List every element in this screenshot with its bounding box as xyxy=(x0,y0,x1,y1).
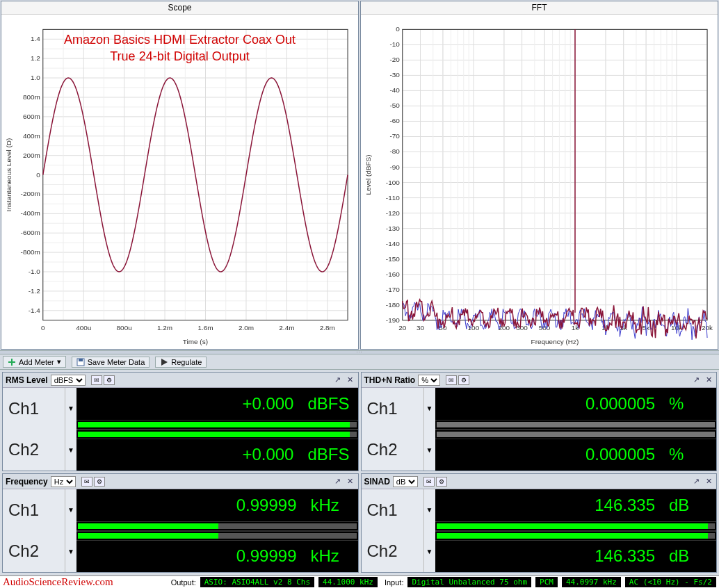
gear-icon[interactable]: ⚙ xyxy=(104,375,115,385)
meter-row-ch2: Ch2▼+0.000dBFS xyxy=(3,430,358,471)
channel-menu-arrow[interactable]: ▼ xyxy=(65,531,76,573)
svg-text:-600m: -600m xyxy=(21,229,40,236)
meter-header-freq: FrequencyHz✉⚙↗✕ xyxy=(3,474,358,489)
meter-title: THD+N Ratio xyxy=(364,375,416,385)
channel-bar xyxy=(76,531,358,541)
popout-icon[interactable]: ↗ xyxy=(691,477,701,487)
scope-panel: Scope -1.4-1.2-1.0-800m-600m-400m-200m02… xyxy=(1,1,359,350)
channel-value-zone: 146.335dB xyxy=(435,489,717,531)
save-meter-button[interactable]: Save Meter Data xyxy=(72,357,150,368)
meter-unit-select[interactable]: dBFS xyxy=(51,375,86,386)
meter-unit-select[interactable]: % xyxy=(418,375,440,386)
meter-row-ch2: Ch2▼146.335dB xyxy=(362,531,717,573)
readout-value: 0.000005 xyxy=(585,445,655,464)
channel-readout: 146.335dB xyxy=(435,541,717,573)
scope-plot-area[interactable]: -1.4-1.2-1.0-800m-600m-400m-200m0200m400… xyxy=(1,15,358,349)
meter-unit-select[interactable]: dB xyxy=(393,476,418,487)
scope-svg: -1.4-1.2-1.0-800m-600m-400m-200m0200m400… xyxy=(1,15,358,349)
meter-row-ch2: Ch2▼0.99999kHz xyxy=(3,531,358,573)
envelope-icon[interactable]: ✉ xyxy=(81,477,92,487)
svg-rect-162 xyxy=(403,29,707,320)
readout-unit: dBFS xyxy=(307,445,349,464)
channel-value-zone: 0.000005% xyxy=(435,430,717,471)
input-format-pill[interactable]: PCM xyxy=(535,577,558,587)
fft-plot-area[interactable]: 0-10-20-30-40-50-60-70-80-90-100-110-120… xyxy=(361,15,718,349)
svg-text:-100: -100 xyxy=(386,179,400,186)
channel-bar xyxy=(435,521,717,531)
close-icon[interactable]: ✕ xyxy=(346,375,355,385)
output-rate-pill[interactable]: 44.1000 kHz xyxy=(318,577,378,587)
svg-text:-400m: -400m xyxy=(21,209,40,217)
svg-marker-168 xyxy=(161,359,168,366)
meter-toolbar: Add Meter ▾ Save Meter Data Regulate xyxy=(0,354,719,370)
svg-text:1.2m: 1.2m xyxy=(157,324,172,332)
svg-text:-110: -110 xyxy=(386,194,400,202)
channel-menu-arrow[interactable]: ▼ xyxy=(424,531,435,573)
meter-unit-select[interactable]: Hz xyxy=(51,476,76,487)
gear-icon[interactable]: ⚙ xyxy=(458,375,469,385)
channel-menu-arrow[interactable]: ▼ xyxy=(424,388,435,430)
regulate-button[interactable]: Regulate xyxy=(155,357,207,368)
input-device-pill[interactable]: Digital Unbalanced 75 ohm xyxy=(407,577,531,587)
input-label: Input: xyxy=(385,578,404,587)
svg-text:20k: 20k xyxy=(702,324,713,332)
svg-text:-160: -160 xyxy=(386,270,400,278)
svg-text:2.0m: 2.0m xyxy=(239,324,254,332)
bandwidth-pill[interactable]: AC (<10 Hz) - Fs/2 xyxy=(625,577,716,587)
svg-text:-1.0: -1.0 xyxy=(29,268,41,275)
svg-text:-1.2: -1.2 xyxy=(29,287,41,295)
channel-label: Ch1 xyxy=(362,388,424,430)
channel-menu-arrow[interactable]: ▼ xyxy=(65,489,76,531)
readout-unit: % xyxy=(669,394,708,414)
meter-title: RMS Level xyxy=(6,375,48,385)
popout-icon[interactable]: ↗ xyxy=(333,477,343,487)
svg-rect-165 xyxy=(8,361,15,363)
channel-bar xyxy=(76,420,358,430)
regulate-label: Regulate xyxy=(171,358,202,366)
svg-rect-167 xyxy=(79,359,83,361)
svg-text:-40: -40 xyxy=(389,86,400,94)
gear-icon[interactable]: ⚙ xyxy=(436,477,447,487)
watermark-text: AudioScienceReview.com xyxy=(3,576,113,588)
channel-bar xyxy=(76,521,358,531)
fft-ylabel: Level (dBFS) xyxy=(364,154,372,195)
channel-readout: 0.99999kHz xyxy=(76,489,358,521)
svg-text:800m: 800m xyxy=(23,93,40,101)
readout-unit: dB xyxy=(669,496,708,515)
output-device-pill[interactable]: ASIO: ASIO4ALL v2 8 Chs xyxy=(200,577,314,587)
svg-text:-170: -170 xyxy=(386,286,400,293)
close-icon[interactable]: ✕ xyxy=(704,375,713,385)
channel-menu-arrow[interactable]: ▼ xyxy=(424,489,435,531)
svg-text:600m: 600m xyxy=(23,113,40,120)
svg-text:-150: -150 xyxy=(386,255,400,263)
channel-readout: 0.000005% xyxy=(435,439,717,471)
svg-text:-140: -140 xyxy=(386,240,400,247)
channel-readout: 0.99999kHz xyxy=(76,541,358,573)
svg-text:30: 30 xyxy=(417,324,425,332)
gear-icon[interactable]: ⚙ xyxy=(94,477,105,487)
svg-text:-180: -180 xyxy=(386,301,400,309)
popout-icon[interactable]: ↗ xyxy=(691,375,701,385)
svg-text:-10: -10 xyxy=(389,40,400,48)
envelope-icon[interactable]: ✉ xyxy=(91,375,102,385)
readout-value: 146.335 xyxy=(595,496,655,515)
svg-text:1.0: 1.0 xyxy=(31,74,40,81)
meter-panel-rms: RMS LeveldBFS✉⚙↗✕Ch1▼+0.000dBFSCh2▼+0.00… xyxy=(2,372,359,471)
popout-icon[interactable]: ↗ xyxy=(333,375,343,385)
envelope-icon[interactable]: ✉ xyxy=(446,375,457,385)
channel-menu-arrow[interactable]: ▼ xyxy=(424,430,435,471)
channel-menu-arrow[interactable]: ▼ xyxy=(65,430,76,471)
readout-unit: kHz xyxy=(311,546,350,566)
svg-text:1.4: 1.4 xyxy=(31,35,40,42)
close-icon[interactable]: ✕ xyxy=(704,477,713,487)
channel-value-zone: 146.335dB xyxy=(435,531,717,573)
add-meter-button[interactable]: Add Meter ▾ xyxy=(3,356,66,368)
meter-body: Ch1▼0.99999kHzCh2▼0.99999kHz xyxy=(3,489,358,572)
channel-menu-arrow[interactable]: ▼ xyxy=(65,388,76,430)
meter-row-ch2: Ch2▼0.000005% xyxy=(362,430,717,471)
plus-icon xyxy=(8,358,16,366)
channel-value-zone: 0.99999kHz xyxy=(76,531,358,573)
envelope-icon[interactable]: ✉ xyxy=(423,477,435,487)
input-rate-pill[interactable]: 44.0997 kHz xyxy=(562,577,621,587)
close-icon[interactable]: ✕ xyxy=(346,477,355,487)
